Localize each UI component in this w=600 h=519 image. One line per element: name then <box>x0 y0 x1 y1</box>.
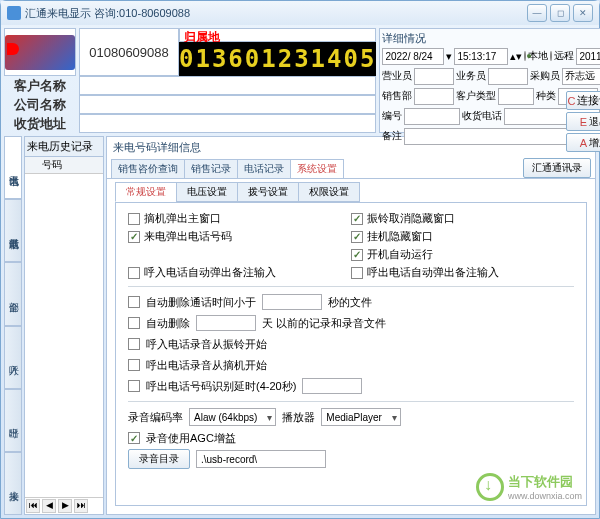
chk-in-note[interactable] <box>128 267 140 279</box>
led-display: 013601231405 <box>179 42 376 76</box>
minimize-button[interactable]: — <box>527 4 547 22</box>
maximize-button[interactable]: ◻ <box>550 4 570 22</box>
nav-prev[interactable]: ◀ <box>42 499 56 513</box>
customer-name-input[interactable] <box>79 76 376 95</box>
add-button[interactable]: A增加 <box>566 133 600 152</box>
vertical-tabs: 当天电话 最新电话 全部 呼入 呼出 未接 <box>4 136 22 515</box>
vtab-all[interactable]: 全部 <box>4 262 22 325</box>
close-button[interactable]: ✕ <box>573 4 593 22</box>
company-name-input[interactable] <box>79 95 376 114</box>
dept-input[interactable] <box>414 88 454 105</box>
subtab-permission[interactable]: 权限设置 <box>298 182 360 202</box>
chk-out-delay[interactable] <box>128 380 140 392</box>
date2-input[interactable] <box>576 48 600 65</box>
sales-input[interactable] <box>414 68 454 85</box>
vtab-today[interactable]: 当天电话 <box>4 136 22 199</box>
chk-ring-unhide[interactable] <box>351 213 363 225</box>
date-input[interactable] <box>382 48 444 65</box>
chk-rec-in-ring[interactable] <box>128 338 140 350</box>
subtab-voltage[interactable]: 电压设置 <box>176 182 238 202</box>
nav-last[interactable]: ⏭ <box>74 499 88 513</box>
detail-title: 详细情况 <box>382 31 600 46</box>
company-name-label: 公司名称 <box>4 95 76 114</box>
tab-system-settings[interactable]: 系统设置 <box>290 159 344 178</box>
tab-call-record[interactable]: 电话记录 <box>237 159 291 178</box>
code-input[interactable] <box>404 108 460 125</box>
record-dir-button[interactable]: 录音目录 <box>128 449 190 469</box>
tab-sales-record[interactable]: 销售记录 <box>184 159 238 178</box>
download-icon <box>476 473 504 501</box>
player-select[interactable]: MediaPlayer <box>321 408 401 426</box>
vtab-out[interactable]: 呼出 <box>4 389 22 452</box>
vtab-in[interactable]: 呼入 <box>4 326 22 389</box>
subtab-dial[interactable]: 拨号设置 <box>237 182 299 202</box>
chk-hangup-hide[interactable] <box>351 231 363 243</box>
chk-pickup-popup[interactable] <box>128 213 140 225</box>
nav-first[interactable]: ⏮ <box>26 499 40 513</box>
subtab-general[interactable]: 常规设置 <box>115 182 177 202</box>
app-icon <box>7 6 21 20</box>
history-col-icon <box>25 157 41 173</box>
time-input[interactable] <box>454 48 508 65</box>
record-dir-path: .\usb-record\ <box>196 450 326 468</box>
chk-agc[interactable] <box>128 432 140 444</box>
chk-autodel-old[interactable] <box>128 317 140 329</box>
customer-name-label: 客户名称 <box>4 76 76 95</box>
ctype-input[interactable] <box>498 88 534 105</box>
autodel-seconds[interactable] <box>262 294 322 310</box>
address-label: 收货地址 <box>4 114 76 133</box>
history-title: 来电历史记录 <box>25 137 103 157</box>
chk-autodel-short[interactable] <box>128 296 140 308</box>
chk-rec-out-pickup[interactable] <box>128 359 140 371</box>
exit-button[interactable]: E退出 <box>566 112 600 131</box>
vtab-missed[interactable]: 未接 <box>4 452 22 515</box>
phone-number: 01080609088 <box>79 28 179 76</box>
chk-incoming-popup[interactable] <box>128 231 140 243</box>
region-label: 归属地 <box>179 28 376 42</box>
titlebar: 汇通来电显示 咨询:010-80609088 — ◻ ✕ <box>1 1 599 25</box>
remote-radio[interactable] <box>550 51 552 61</box>
history-list[interactable] <box>25 174 103 497</box>
history-nav: ⏮ ◀ ▶ ⏭ <box>25 497 103 514</box>
autodel-days[interactable] <box>196 315 256 331</box>
history-col-number: 号码 <box>41 157 103 173</box>
clerk-input[interactable] <box>488 68 528 85</box>
address-input[interactable] <box>79 114 376 133</box>
codec-select[interactable]: Alaw (64kbps) <box>189 408 276 426</box>
connect-button[interactable]: C连接设备 <box>566 91 600 110</box>
watermark: 当下软件园 www.downxia.com <box>476 473 582 501</box>
nav-next[interactable]: ▶ <box>58 499 72 513</box>
out-delay-input[interactable] <box>302 378 362 394</box>
buyer-input[interactable] <box>562 68 600 85</box>
local-radio[interactable] <box>524 51 526 61</box>
detail-panel: 详细情况 ▾ ▴▾ 本地 远程 ▾ 营业员 业务员 采购员 销售部 客户类型 种… <box>379 28 600 133</box>
chk-autostart[interactable] <box>351 249 363 261</box>
vtab-recent[interactable]: 最新电话 <box>4 199 22 262</box>
chk-out-note[interactable] <box>351 267 363 279</box>
contacts-button[interactable]: 汇通通讯录 <box>523 158 591 178</box>
window-title: 汇通来电显示 咨询:010-80609088 <box>25 6 527 21</box>
tab-sales-query[interactable]: 销售咨价查询 <box>111 159 185 178</box>
logo <box>4 28 76 76</box>
